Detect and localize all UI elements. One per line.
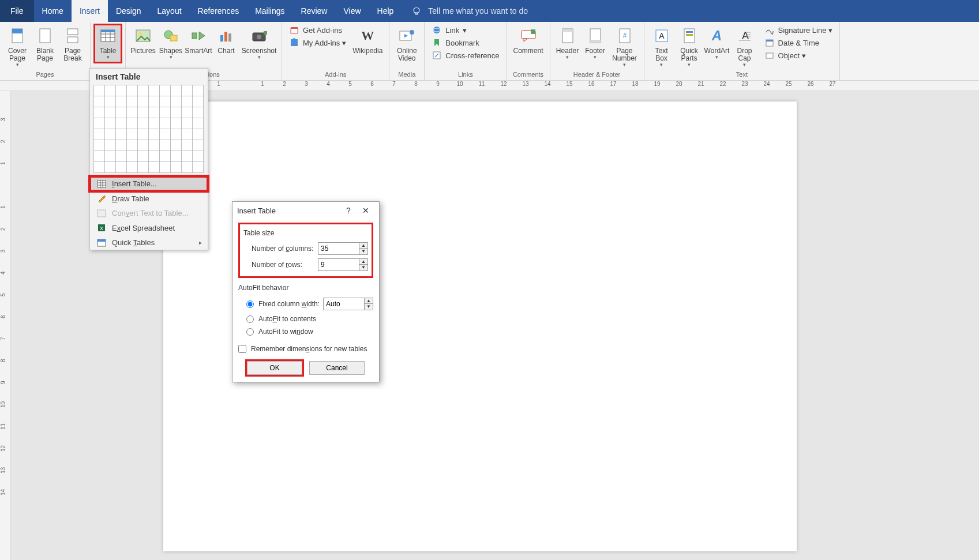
wordart-button[interactable]: A WordArt▾ [703,24,731,63]
autofit-contents-radio[interactable] [246,315,254,323]
lightbulb-icon [412,6,421,16]
svg-point-32 [433,27,440,33]
store-icon [289,25,299,35]
page-break-button[interactable]: Page Break [59,24,87,65]
ok-button[interactable]: OK [247,361,302,375]
object-button[interactable]: Object▾ [761,50,837,61]
dialog-help-button[interactable]: ? [340,206,357,215]
calendar-icon [764,38,775,47]
dialog-close-button[interactable]: ✕ [357,206,374,215]
tab-file[interactable]: File [0,0,34,22]
dialog-titlebar[interactable]: Insert Table ? ✕ [232,202,379,219]
menu-excel-spreadsheet[interactable]: X Excel Spreadsheet [90,220,208,235]
svg-text:A: A [742,30,749,42]
pencil-icon [96,194,107,203]
shapes-button[interactable]: Shapes▾ [157,24,185,63]
svg-rect-24 [264,31,267,35]
menu-quick-tables[interactable]: Quick Tables ▸ [90,235,208,250]
fixed-width-input[interactable] [323,298,365,310]
cross-reference-button[interactable]: Cross-reference [428,50,502,61]
svg-point-28 [293,38,295,40]
tab-review[interactable]: Review [293,0,336,22]
blank-page-icon [38,27,52,45]
svg-point-31 [410,30,414,35]
blank-page-button[interactable]: Blank Page [31,24,59,65]
num-columns-input[interactable] [318,242,359,255]
num-rows-input[interactable] [318,258,359,271]
tab-references[interactable]: References [190,0,247,22]
page-break-icon [66,27,80,45]
cancel-button[interactable]: Cancel [309,361,365,375]
pictures-icon [136,27,151,45]
quick-parts-button[interactable]: Quick Parts▾ [676,24,703,70]
cols-spin-up[interactable]: ▲ [359,243,367,249]
svg-rect-49 [686,34,693,36]
table-size-legend: Table size [243,227,368,240]
page-number-button[interactable]: # Page Number▾ [609,24,640,70]
date-time-button[interactable]: Date & Time [761,37,837,48]
screenshot-icon [251,27,267,45]
svg-rect-16 [170,35,177,41]
svg-marker-34 [434,39,439,46]
tell-me-search[interactable]: Tell me what you want to do [412,6,528,16]
tab-help[interactable]: Help [369,0,402,22]
comment-button[interactable]: Comment [511,24,546,57]
vertical-ruler-outer: 3211234567891011121314 [0,91,10,560]
tell-me-label: Tell me what you want to do [428,6,528,16]
footer-button[interactable]: Footer▾ [582,24,609,63]
group-media: Online Video Media [389,22,425,80]
tab-design[interactable]: Design [108,0,149,22]
fixed-width-radio[interactable] [246,300,254,308]
group-label-comments: Comments [511,71,546,80]
cover-page-icon [10,27,24,45]
width-spin-down[interactable]: ▼ [365,304,373,310]
link-button[interactable]: Link▾ [428,24,502,36]
svg-rect-21 [228,33,231,42]
svg-rect-56 [766,40,773,42]
group-header-footer: Header▾ Footer▾ # Page Number▾ Header & … [550,22,644,80]
menu-draw-table[interactable]: Draw Table [90,191,208,206]
header-button[interactable]: Header▾ [554,24,582,63]
screenshot-button[interactable]: Screenshot▾ [240,24,278,63]
autofit-window-radio[interactable] [246,328,254,336]
drop-cap-button[interactable]: A Drop Cap▾ [731,24,759,70]
puzzle-icon [289,38,299,47]
cover-page-button[interactable]: Cover Page▾ [3,24,31,70]
online-video-button[interactable]: Online Video [393,24,421,65]
group-text: A Text Box▾ Quick Parts▾ A WordArt▾ A Dr… [644,22,841,80]
table-button[interactable]: Table▾ [94,24,122,63]
svg-rect-38 [531,29,535,34]
signature-line-button[interactable]: Signature Line▾ [761,24,837,36]
bookmark-button[interactable]: Bookmark [428,37,502,48]
tab-mailings[interactable]: Mailings [247,0,292,22]
smartart-button[interactable]: SmartArt [185,24,212,57]
width-spin-up[interactable]: ▲ [365,298,373,304]
tab-home[interactable]: Home [34,0,72,22]
header-icon [561,27,575,45]
video-icon [399,27,415,45]
remember-checkbox[interactable] [238,345,246,353]
get-addins-button[interactable]: Get Add-ins [286,24,350,36]
tab-layout[interactable]: Layout [149,0,190,22]
rows-spin-up[interactable]: ▲ [359,259,367,265]
svg-rect-40 [562,29,573,32]
svg-rect-4 [40,29,50,43]
cols-spin-down[interactable]: ▼ [359,249,367,254]
rows-spin-down[interactable]: ▼ [359,265,367,270]
submenu-arrow-icon: ▸ [199,239,202,246]
tab-insert[interactable]: Insert [72,0,108,22]
wikipedia-icon: W [361,27,374,45]
text-box-button[interactable]: A Text Box▾ [648,24,676,70]
svg-rect-58 [97,181,106,187]
chart-button[interactable]: Chart [212,24,240,57]
insert-table-dialog: Insert Table ? ✕ Table size Number of co… [232,201,380,382]
svg-rect-20 [224,32,227,42]
wikipedia-button[interactable]: W Wikipedia [350,24,385,57]
table-grid-picker[interactable] [90,85,208,176]
tab-view[interactable]: View [335,0,369,22]
my-addins-button[interactable]: My Add-ins ▾ [286,37,350,48]
excel-icon: X [96,223,107,232]
menu-insert-table[interactable]: Insert Table... [90,176,208,191]
pictures-button[interactable]: Pictures [129,24,157,57]
textbox-icon: A [655,27,669,45]
